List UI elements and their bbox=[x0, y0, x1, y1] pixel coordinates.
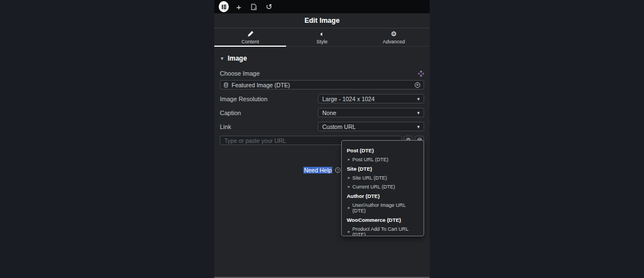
image-resolution-label: Image Resolution bbox=[220, 96, 268, 102]
dynamic-tags-dropdown: Post (DTE) ▸ Post URL (DTE) Site (DTE) ▸… bbox=[341, 140, 424, 236]
dropdown-item[interactable]: ▸ Post URL (DTE) bbox=[348, 157, 419, 162]
panel-title: Edit Image bbox=[304, 17, 340, 24]
plus-icon: + bbox=[237, 3, 242, 11]
history-icon: ↺ bbox=[266, 3, 272, 11]
caption-select[interactable]: None ▾ bbox=[318, 108, 424, 117]
collapse-triangle-icon: ▼ bbox=[220, 56, 224, 61]
tab-content-label: Content bbox=[242, 39, 259, 44]
item-arrow-icon: ▸ bbox=[348, 185, 350, 189]
panel-tabs: Content ◐ Style ⚙ Advanced bbox=[214, 28, 430, 47]
group-title-post: Post (DTE) bbox=[347, 147, 419, 153]
choose-image-row: Choose Image bbox=[220, 70, 424, 77]
tab-content[interactable]: Content bbox=[214, 28, 286, 46]
database-icon bbox=[224, 82, 228, 88]
elementor-logo-icon bbox=[219, 1, 229, 12]
add-element-button[interactable]: + bbox=[234, 2, 244, 12]
item-arrow-icon: ▸ bbox=[348, 157, 350, 162]
link-value: Custom URL bbox=[322, 123, 356, 130]
link-label: Link bbox=[220, 123, 231, 130]
link-row: Link Custom URL ▾ bbox=[220, 122, 424, 131]
clear-image-icon[interactable]: ✕ bbox=[415, 82, 420, 88]
elementor-editor: { "colors": { "outer_background": "#191c… bbox=[0, 0, 644, 278]
elementor-menu-button[interactable] bbox=[219, 2, 229, 12]
page-settings-button[interactable] bbox=[249, 2, 259, 12]
item-arrow-icon: ▸ bbox=[348, 230, 350, 234]
choose-image-label: Choose Image bbox=[220, 70, 260, 77]
image-resolution-value: Large - 1024 x 1024 bbox=[322, 96, 375, 102]
tab-advanced-label: Advanced bbox=[382, 39, 405, 44]
page-settings-icon bbox=[250, 3, 257, 11]
chevron-down-icon: ▾ bbox=[417, 110, 420, 116]
tab-style[interactable]: ◐ Style bbox=[286, 28, 358, 46]
history-button[interactable]: ↺ bbox=[264, 2, 274, 12]
caption-label: Caption bbox=[220, 110, 241, 116]
elementor-panel: + ↺ Edit Image Content ◐ Style bbox=[214, 0, 430, 278]
image-resolution-row: Image Resolution Large - 1024 x 1024 ▾ bbox=[220, 94, 424, 103]
chosen-image-value: Featured Image (DTE) bbox=[232, 82, 411, 88]
link-select[interactable]: Custom URL ▾ bbox=[318, 122, 424, 131]
image-section-toggle[interactable]: ▼ Image bbox=[220, 54, 424, 62]
caption-value: None bbox=[322, 110, 336, 116]
dropdown-item[interactable]: ▸ Site URL (DTE) bbox=[348, 175, 419, 181]
chevron-down-icon: ▾ bbox=[417, 124, 420, 130]
dynamic-tags-icon[interactable] bbox=[418, 71, 424, 77]
group-title-site: Site (DTE) bbox=[347, 166, 419, 172]
group-title-author: Author (DTE) bbox=[347, 193, 419, 199]
gear-icon: ⚙ bbox=[391, 31, 397, 38]
chevron-down-icon: ▾ bbox=[417, 96, 420, 102]
help-question-icon[interactable]: ? bbox=[335, 167, 341, 173]
dynamic-tags-list: Post (DTE) ▸ Post URL (DTE) Site (DTE) ▸… bbox=[342, 141, 424, 236]
dropdown-item[interactable]: ▸ User/Author Image URL (DTE) bbox=[348, 202, 419, 214]
pencil-icon bbox=[247, 31, 254, 38]
caption-row: Caption None ▾ bbox=[220, 108, 424, 117]
tab-style-label: Style bbox=[316, 39, 327, 44]
tab-advanced[interactable]: ⚙ Advanced bbox=[358, 28, 430, 46]
item-arrow-icon: ▸ bbox=[348, 206, 350, 210]
dropdown-item[interactable]: ▸ Current URL (DTE) bbox=[348, 184, 419, 190]
image-resolution-select[interactable]: Large - 1024 x 1024 ▾ bbox=[318, 94, 424, 103]
contrast-icon: ◐ bbox=[320, 31, 324, 38]
need-help-link[interactable]: Need Help bbox=[303, 167, 332, 173]
editor-topbar: + ↺ bbox=[214, 0, 430, 13]
dropdown-item[interactable]: ▸ Product Add To Cart URL (DTE) bbox=[348, 226, 419, 236]
section-title: Image bbox=[228, 54, 247, 62]
group-title-woocommerce: WooCommerce (DTE) bbox=[347, 217, 419, 223]
chosen-image-field[interactable]: Featured Image (DTE) ✕ bbox=[220, 80, 424, 90]
panel-header: Edit Image bbox=[214, 13, 430, 28]
item-arrow-icon: ▸ bbox=[348, 176, 350, 180]
